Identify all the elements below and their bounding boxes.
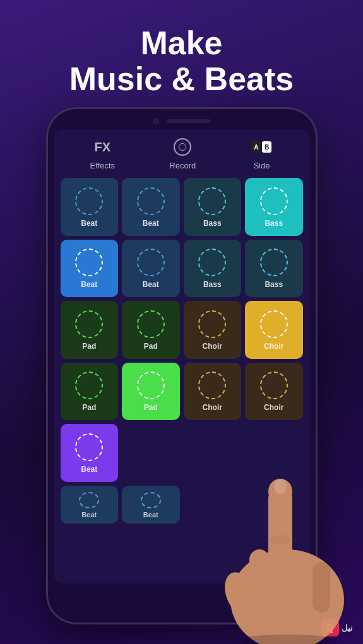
pad-label: Beat: [143, 511, 158, 518]
pad-beat-1-2[interactable]: Beat: [122, 178, 180, 236]
pad-circle: [137, 187, 165, 215]
pad-label: Bass: [265, 280, 283, 289]
pad-circle: [75, 372, 103, 399]
pad-partial-6-1[interactable]: Beat: [61, 486, 119, 524]
pad-choir-4-3[interactable]: Choir: [184, 363, 242, 421]
empty-slot-5-4: [245, 424, 303, 482]
effects-button[interactable]: FX Effects: [90, 136, 116, 170]
phone-mockup: FX Effects Record A B: [46, 107, 318, 624]
pad-circle: [260, 187, 288, 215]
pad-partial-6-2[interactable]: Beat: [122, 486, 180, 524]
fx-icon: FX: [95, 140, 111, 155]
pad-purple-5-1[interactable]: Beat: [61, 424, 119, 482]
pad-pad-3-1[interactable]: Pad: [61, 301, 119, 359]
pad-bass-2-4[interactable]: Bass: [245, 240, 303, 298]
power-button: [316, 197, 318, 229]
watermark-logo: Q: [321, 619, 339, 636]
pad-label: Pad: [144, 403, 158, 412]
pad-label: Beat: [81, 511, 97, 518]
pad-label: Choir: [203, 342, 222, 351]
headline-line2: Music & Beats: [0, 61, 363, 97]
b-box: B: [262, 141, 271, 153]
pad-choir-active-3-4[interactable]: Choir: [245, 301, 303, 359]
pad-circle: [198, 249, 226, 276]
pad-label: Bass: [203, 219, 222, 228]
volume-button: [316, 242, 318, 286]
pad-bass-2-3[interactable]: Bass: [184, 240, 242, 298]
pad-circle: [260, 372, 288, 399]
pad-circle: [198, 310, 226, 338]
pad-green-4-2[interactable]: Pad: [122, 363, 180, 421]
pad-pad-3-2[interactable]: Pad: [122, 301, 180, 359]
pad-circle: [198, 372, 226, 399]
pad-label: Beat: [81, 219, 97, 228]
volume-down-button: [46, 276, 48, 298]
pad-label: Beat: [81, 465, 97, 474]
pad-beat-1-1[interactable]: Beat: [61, 178, 119, 236]
pad-label: Choir: [264, 342, 283, 351]
pad-bass-1-3[interactable]: Bass: [184, 178, 242, 236]
watermark-text: نیل: [342, 623, 353, 633]
record-label: Record: [169, 161, 196, 170]
speaker-bar: [167, 119, 211, 123]
pad-label: Choir: [203, 403, 222, 412]
pad-label: Pad: [82, 403, 96, 412]
ab-icon-container: A B: [250, 136, 273, 158]
pad-circle: [137, 372, 165, 399]
headline-line1: Make: [0, 25, 363, 61]
watermark: Q نیل: [321, 619, 353, 636]
a-box: A: [251, 141, 261, 153]
pad-circle: [75, 249, 103, 276]
side-label: Side: [253, 161, 270, 170]
pad-circle: [137, 249, 165, 276]
pad-circle: [75, 310, 103, 338]
pad-circle: [260, 310, 288, 338]
row5-grid: Beat: [61, 424, 303, 482]
pad-circle: [137, 310, 165, 338]
pad-bass-active-1-4[interactable]: Bass: [245, 178, 303, 236]
empty-slot-5-3: [184, 424, 242, 482]
pad-label: Bass: [203, 280, 222, 289]
headline-section: Make Music & Beats: [0, 0, 363, 97]
pad-beat-2-2[interactable]: Beat: [122, 240, 180, 298]
pad-beat-active-2-1[interactable]: Beat: [61, 240, 119, 298]
pad-circle: [260, 249, 288, 276]
record-icon-container: [171, 136, 194, 158]
app-screen: FX Effects Record A B: [54, 129, 309, 583]
pad-circle: [75, 433, 103, 461]
ab-icon: A B: [251, 141, 271, 153]
pad-circle: [75, 187, 103, 215]
record-inner-circle: [179, 143, 186, 151]
row6-grid: Beat Beat: [61, 486, 303, 524]
pad-label: Pad: [82, 342, 96, 351]
pad-choir-4-4[interactable]: Choir: [245, 363, 303, 421]
pad-label: Beat: [81, 280, 97, 289]
pad-label: Bass: [265, 219, 283, 228]
effects-label: Effects: [90, 161, 116, 170]
pad-label: Choir: [264, 403, 283, 412]
pad-grid: Beat Beat Bass Bass Beat Beat: [61, 178, 303, 420]
fx-icon-container: FX: [91, 136, 114, 158]
empty-slot-5-2: [122, 424, 180, 482]
pad-circle: [198, 187, 226, 215]
pad-choir-3-3[interactable]: Choir: [184, 301, 242, 359]
toolbar: FX Effects Record A B: [61, 136, 303, 170]
camera-dot: [153, 118, 159, 124]
pad-circle: [79, 492, 99, 508]
pad-label: Pad: [144, 342, 158, 351]
record-button[interactable]: Record: [169, 136, 196, 170]
pad-label: Beat: [143, 280, 159, 289]
record-icon: [174, 138, 191, 156]
volume-up-button: [46, 245, 48, 267]
empty-slot-6-3: [184, 486, 242, 524]
mute-button: [46, 210, 48, 232]
side-button[interactable]: A B Side: [250, 136, 273, 170]
phone-top-bar: [48, 109, 316, 129]
pad-label: Beat: [143, 219, 159, 228]
pad-pad-4-1[interactable]: Pad: [61, 363, 119, 421]
pad-circle: [141, 492, 161, 508]
empty-slot-6-4: [245, 486, 303, 524]
